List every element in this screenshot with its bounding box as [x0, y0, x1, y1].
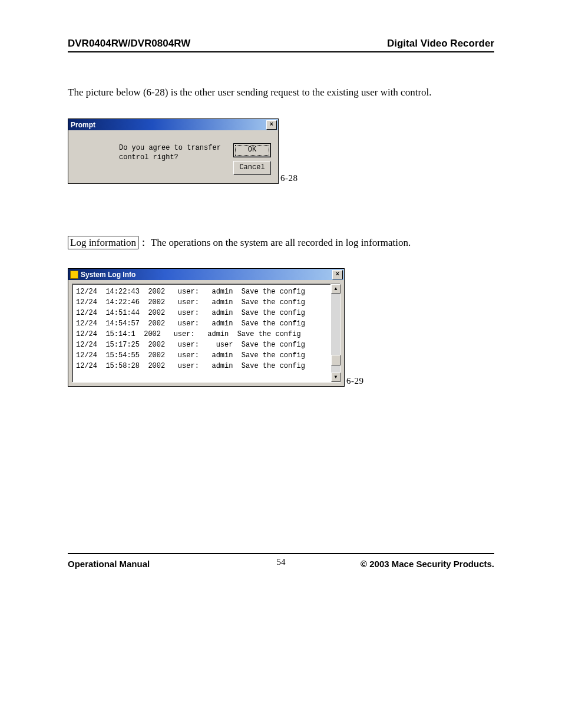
- footer-right: © 2003 Mace Security Products.: [361, 559, 494, 569]
- figure-label-6-28: 6-28: [280, 173, 298, 183]
- log-line: 12/24 15:54:55 2002 user: admin Save the…: [76, 350, 327, 361]
- intro-paragraph: The picture below (6-28) is the other us…: [68, 87, 494, 98]
- app-icon: [70, 271, 78, 279]
- log-line: 12/24 15:17:25 2002 user: user Save the …: [76, 340, 327, 350]
- prompt-message: Do you agree to transfer control right?: [73, 143, 233, 162]
- scrollbar[interactable]: ▲ ▼: [331, 284, 340, 383]
- prompt-title-text: Prompt: [71, 121, 95, 129]
- prompt-title-bar: Prompt ×: [68, 119, 278, 130]
- footer-page-number: 54: [277, 557, 286, 567]
- footer-left: Operational Manual: [68, 559, 150, 569]
- log-line: 12/24 14:22:43 2002 user: admin Save the…: [76, 286, 327, 297]
- figure-6-28-row: Prompt × Do you agree to transfer contro…: [68, 118, 494, 184]
- log-line: 12/24 14:22:46 2002 user: admin Save the…: [76, 297, 327, 308]
- log-title-text: System Log Info: [81, 271, 135, 279]
- scroll-thumb[interactable]: [331, 355, 340, 365]
- log-info-rest: The operations on the system are all rec…: [151, 237, 411, 248]
- log-line: 12/24 14:54:57 2002 user: admin Save the…: [76, 318, 327, 329]
- log-info-sep: ：: [138, 237, 148, 248]
- scroll-down-icon[interactable]: ▼: [331, 373, 340, 382]
- ok-button[interactable]: OK: [233, 143, 271, 157]
- document-page: DVR0404RW/DVR0804RW Digital Video Record…: [0, 0, 562, 728]
- log-body: 12/24 14:22:43 2002 user: admin Save the…: [68, 280, 344, 386]
- cancel-button[interactable]: Cancel: [233, 161, 271, 175]
- page-header: DVR0404RW/DVR0804RW Digital Video Record…: [68, 38, 494, 52]
- header-right: Digital Video Recorder: [387, 38, 494, 50]
- close-icon[interactable]: ×: [266, 120, 277, 130]
- scroll-up-icon[interactable]: ▲: [331, 284, 340, 294]
- log-line: 12/24 15:58:28 2002 user: admin Save the…: [76, 361, 327, 371]
- header-left: DVR0404RW/DVR0804RW: [68, 38, 190, 50]
- log-line: 12/24 15:14:1 2002 user: admin Save the …: [76, 329, 327, 340]
- log-info-paragraph: Log information： The operations on the s…: [68, 236, 494, 249]
- log-list: 12/24 14:22:43 2002 user: admin Save the…: [72, 284, 331, 383]
- log-title-left: System Log Info: [70, 271, 135, 279]
- prompt-buttons: OK Cancel: [233, 143, 271, 175]
- log-title-bar: System Log Info ×: [68, 269, 344, 280]
- footer-rule: [68, 553, 494, 554]
- figure-6-29-row: System Log Info × 12/24 14:22:43 2002 us…: [68, 268, 494, 387]
- log-line: 12/24 14:51:44 2002 user: admin Save the…: [76, 308, 327, 318]
- prompt-window: Prompt × Do you agree to transfer contro…: [68, 118, 279, 184]
- page-footer: Operational Manual 54 © 2003 Mace Securi…: [68, 559, 494, 569]
- prompt-body: Do you agree to transfer control right? …: [68, 130, 278, 183]
- figure-label-6-29: 6-29: [346, 376, 364, 386]
- log-info-boxed-label: Log information: [68, 236, 138, 249]
- close-icon[interactable]: ×: [332, 270, 343, 279]
- system-log-window: System Log Info × 12/24 14:22:43 2002 us…: [68, 268, 345, 387]
